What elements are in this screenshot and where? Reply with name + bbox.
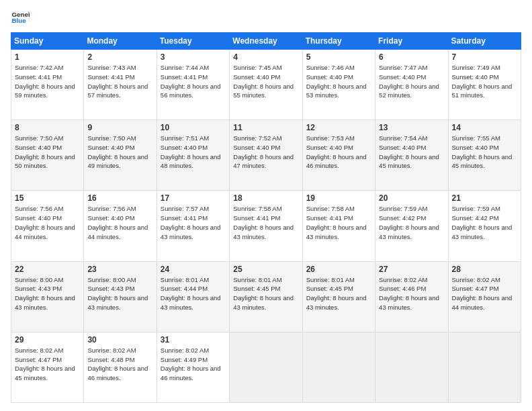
- calendar-cell: 29Sunrise: 8:02 AMSunset: 4:47 PMDayligh…: [11, 332, 84, 402]
- calendar-cell: 3Sunrise: 7:44 AMSunset: 4:41 PMDaylight…: [157, 50, 229, 120]
- calendar-cell: 11Sunrise: 7:52 AMSunset: 4:40 PMDayligh…: [230, 120, 302, 191]
- day-info: Sunrise: 7:45 AMSunset: 4:40 PMDaylight:…: [233, 64, 294, 99]
- day-number: 30: [87, 335, 152, 345]
- day-number: 21: [452, 193, 517, 203]
- day-number: 3: [161, 52, 226, 62]
- weekday-header-monday: Monday: [84, 33, 157, 50]
- calendar-cell: 12Sunrise: 7:53 AMSunset: 4:40 PMDayligh…: [302, 120, 375, 191]
- weekday-header-friday: Friday: [375, 33, 448, 50]
- day-number: 31: [161, 335, 226, 345]
- day-number: 24: [161, 265, 226, 274]
- day-info: Sunrise: 8:01 AMSunset: 4:45 PMDaylight:…: [233, 276, 294, 311]
- calendar-cell: [375, 332, 448, 402]
- calendar-cell: 9Sunrise: 7:50 AMSunset: 4:40 PMDaylight…: [84, 120, 157, 191]
- calendar-cell: 8Sunrise: 7:50 AMSunset: 4:40 PMDaylight…: [11, 120, 84, 191]
- logo-icon: General Blue: [11, 8, 30, 27]
- day-number: 12: [306, 123, 371, 132]
- week-row-3: 15Sunrise: 7:56 AMSunset: 4:40 PMDayligh…: [11, 191, 521, 261]
- calendar-cell: 13Sunrise: 7:54 AMSunset: 4:40 PMDayligh…: [375, 120, 448, 191]
- day-number: 23: [87, 265, 152, 274]
- calendar-cell: 19Sunrise: 7:58 AMSunset: 4:41 PMDayligh…: [302, 191, 375, 261]
- calendar-cell: 20Sunrise: 7:59 AMSunset: 4:42 PMDayligh…: [375, 191, 448, 261]
- calendar-cell: 24Sunrise: 8:01 AMSunset: 4:44 PMDayligh…: [157, 261, 229, 332]
- calendar-cell: 10Sunrise: 7:51 AMSunset: 4:40 PMDayligh…: [157, 120, 229, 191]
- day-info: Sunrise: 8:01 AMSunset: 4:45 PMDaylight:…: [306, 276, 367, 311]
- day-info: Sunrise: 7:55 AMSunset: 4:40 PMDaylight:…: [452, 134, 513, 169]
- day-number: 28: [452, 265, 517, 274]
- day-number: 1: [15, 52, 80, 62]
- calendar-cell: 5Sunrise: 7:46 AMSunset: 4:40 PMDaylight…: [302, 50, 375, 120]
- day-info: Sunrise: 7:53 AMSunset: 4:40 PMDaylight:…: [306, 134, 367, 169]
- calendar-cell: 22Sunrise: 8:00 AMSunset: 4:43 PMDayligh…: [11, 261, 84, 332]
- day-info: Sunrise: 7:44 AMSunset: 4:41 PMDaylight:…: [161, 64, 221, 99]
- svg-text:Blue: Blue: [11, 17, 26, 24]
- day-number: 5: [306, 52, 371, 62]
- calendar-table: SundayMondayTuesdayWednesdayThursdayFrid…: [11, 32, 521, 403]
- calendar-cell: 6Sunrise: 7:47 AMSunset: 4:40 PMDaylight…: [375, 50, 448, 120]
- day-info: Sunrise: 8:02 AMSunset: 4:49 PMDaylight:…: [161, 347, 221, 381]
- day-number: 26: [306, 265, 371, 274]
- day-info: Sunrise: 8:02 AMSunset: 4:47 PMDaylight:…: [15, 347, 75, 381]
- day-info: Sunrise: 7:58 AMSunset: 4:41 PMDaylight:…: [233, 205, 294, 240]
- day-info: Sunrise: 7:51 AMSunset: 4:40 PMDaylight:…: [161, 134, 221, 169]
- calendar-cell: [448, 332, 521, 402]
- day-number: 25: [233, 265, 298, 274]
- day-info: Sunrise: 7:59 AMSunset: 4:42 PMDaylight:…: [379, 205, 439, 240]
- calendar-cell: [230, 332, 302, 402]
- day-info: Sunrise: 8:02 AMSunset: 4:47 PMDaylight:…: [452, 276, 513, 311]
- day-info: Sunrise: 8:02 AMSunset: 4:46 PMDaylight:…: [379, 276, 439, 311]
- day-info: Sunrise: 7:59 AMSunset: 4:42 PMDaylight:…: [452, 205, 513, 240]
- week-row-1: 1Sunrise: 7:42 AMSunset: 4:41 PMDaylight…: [11, 50, 521, 120]
- calendar-cell: 21Sunrise: 7:59 AMSunset: 4:42 PMDayligh…: [448, 191, 521, 261]
- day-info: Sunrise: 7:46 AMSunset: 4:40 PMDaylight:…: [306, 64, 367, 99]
- day-number: 14: [452, 123, 517, 132]
- page: General Blue SundayMondayTuesdayWednesda…: [0, 0, 532, 411]
- day-info: Sunrise: 8:01 AMSunset: 4:44 PMDaylight:…: [161, 276, 221, 311]
- calendar-cell: 7Sunrise: 7:49 AMSunset: 4:40 PMDaylight…: [448, 50, 521, 120]
- day-info: Sunrise: 7:52 AMSunset: 4:40 PMDaylight:…: [233, 134, 294, 169]
- calendar-cell: 18Sunrise: 7:58 AMSunset: 4:41 PMDayligh…: [230, 191, 302, 261]
- day-info: Sunrise: 7:50 AMSunset: 4:40 PMDaylight:…: [15, 134, 75, 169]
- day-number: 15: [15, 193, 80, 203]
- day-number: 11: [233, 123, 298, 132]
- day-number: 9: [87, 123, 152, 132]
- calendar-cell: 25Sunrise: 8:01 AMSunset: 4:45 PMDayligh…: [230, 261, 302, 332]
- day-number: 8: [15, 123, 80, 132]
- day-info: Sunrise: 7:50 AMSunset: 4:40 PMDaylight:…: [87, 134, 148, 169]
- day-info: Sunrise: 7:43 AMSunset: 4:41 PMDaylight:…: [87, 64, 148, 99]
- day-info: Sunrise: 7:56 AMSunset: 4:40 PMDaylight:…: [87, 205, 148, 240]
- calendar-cell: 17Sunrise: 7:57 AMSunset: 4:41 PMDayligh…: [157, 191, 229, 261]
- calendar-cell: 31Sunrise: 8:02 AMSunset: 4:49 PMDayligh…: [157, 332, 229, 402]
- calendar-cell: 1Sunrise: 7:42 AMSunset: 4:41 PMDaylight…: [11, 50, 84, 120]
- week-row-5: 29Sunrise: 8:02 AMSunset: 4:47 PMDayligh…: [11, 332, 521, 402]
- weekday-header-sunday: Sunday: [11, 33, 84, 50]
- header: General Blue: [11, 8, 521, 27]
- weekday-header-saturday: Saturday: [448, 33, 521, 50]
- day-info: Sunrise: 7:42 AMSunset: 4:41 PMDaylight:…: [15, 64, 75, 99]
- day-number: 20: [379, 193, 444, 203]
- calendar-cell: 23Sunrise: 8:00 AMSunset: 4:43 PMDayligh…: [84, 261, 157, 332]
- day-number: 17: [161, 193, 226, 203]
- day-number: 7: [452, 52, 517, 62]
- day-number: 27: [379, 265, 444, 274]
- day-number: 22: [15, 265, 80, 274]
- day-number: 18: [233, 193, 298, 203]
- calendar-cell: 26Sunrise: 8:01 AMSunset: 4:45 PMDayligh…: [302, 261, 375, 332]
- weekday-header-tuesday: Tuesday: [157, 33, 229, 50]
- calendar-cell: 16Sunrise: 7:56 AMSunset: 4:40 PMDayligh…: [84, 191, 157, 261]
- weekday-header-thursday: Thursday: [302, 33, 375, 50]
- day-number: 13: [379, 123, 444, 132]
- week-row-4: 22Sunrise: 8:00 AMSunset: 4:43 PMDayligh…: [11, 261, 521, 332]
- calendar-cell: 15Sunrise: 7:56 AMSunset: 4:40 PMDayligh…: [11, 191, 84, 261]
- day-number: 4: [233, 52, 298, 62]
- calendar-cell: 14Sunrise: 7:55 AMSunset: 4:40 PMDayligh…: [448, 120, 521, 191]
- day-info: Sunrise: 7:54 AMSunset: 4:40 PMDaylight:…: [379, 134, 439, 169]
- calendar-cell: [302, 332, 375, 402]
- calendar-cell: 4Sunrise: 7:45 AMSunset: 4:40 PMDaylight…: [230, 50, 302, 120]
- week-row-2: 8Sunrise: 7:50 AMSunset: 4:40 PMDaylight…: [11, 120, 521, 191]
- calendar-cell: 2Sunrise: 7:43 AMSunset: 4:41 PMDaylight…: [84, 50, 157, 120]
- calendar-cell: 30Sunrise: 8:02 AMSunset: 4:48 PMDayligh…: [84, 332, 157, 402]
- day-number: 16: [87, 193, 152, 203]
- day-number: 29: [15, 335, 80, 345]
- day-number: 2: [87, 52, 152, 62]
